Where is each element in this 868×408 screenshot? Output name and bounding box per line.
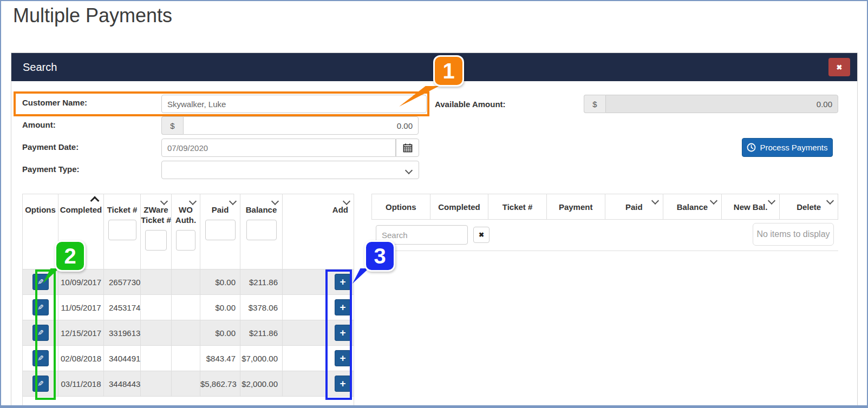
balance-filter-input[interactable]: [246, 220, 277, 240]
zware-ticket-cell: [141, 346, 172, 371]
amount-input-group: $: [161, 116, 419, 135]
payment-date-input[interactable]: [161, 139, 396, 157]
paid-cell: $0.00: [200, 320, 240, 346]
highlight-edit-buttons: [35, 269, 56, 400]
tickets-table: Options Completed Ticket #: [22, 194, 354, 406]
amount-input[interactable]: [183, 116, 419, 135]
callout-step-2: 2: [55, 240, 86, 272]
ticket-row: ✎ 11/05/2017 2453174 $0.00 $378.06 +: [23, 295, 354, 320]
close-icon: ✖: [837, 63, 843, 71]
column-header-wo-auth[interactable]: WO Auth.: [172, 194, 200, 269]
payments-search-row: ✖ No items to display: [371, 220, 838, 251]
zware-ticket-cell: [141, 269, 172, 295]
available-amount-currency-addon: $: [584, 95, 605, 113]
paid-filter-input[interactable]: [205, 220, 236, 240]
highlight-add-buttons: [325, 269, 352, 400]
available-amount-input: [605, 95, 838, 113]
calendar-icon: [403, 143, 413, 153]
ticket-number-cell: 3404491: [104, 346, 141, 371]
payment-date-group: [161, 139, 419, 157]
chevron-down-icon: [405, 167, 413, 174]
available-amount-group: $: [584, 95, 838, 113]
ticket-number-cell: 3319613: [104, 320, 141, 346]
completed-cell: 12/15/2017: [58, 320, 104, 346]
column-header-ticket[interactable]: Ticket #: [104, 194, 141, 269]
ticket-row: ✎ 10/09/2017 2657730 $0.00 $211.86 +: [23, 269, 354, 295]
column-header-ticket[interactable]: Ticket #: [488, 194, 546, 219]
balance-cell: $211.86: [240, 269, 283, 295]
clear-icon: ✖: [479, 231, 484, 239]
process-payments-button[interactable]: Process Payments: [742, 138, 833, 157]
column-header-paid[interactable]: Paid: [200, 194, 240, 269]
chevron-down-icon: [651, 197, 659, 205]
ticket-row: ✎ 02/08/2018 3404491 $843.47 $7,000.00 +: [23, 346, 354, 371]
column-header-zware-ticket[interactable]: ZWare Ticket #: [141, 194, 172, 269]
zware-ticket-cell: [141, 295, 172, 320]
completed-cell: 10/09/2017: [58, 269, 104, 295]
callout-3-pointer: [353, 268, 369, 284]
payments-header-row: Options Completed Ticket # Payment Paid …: [371, 194, 838, 220]
payments-table: Options Completed Ticket # Payment Paid …: [371, 194, 838, 251]
balance-cell: $378.06: [240, 295, 283, 320]
paid-cell: $0.00: [200, 295, 240, 320]
column-header-balance[interactable]: Balance: [240, 194, 283, 269]
wo-auth-filter-input[interactable]: [176, 230, 195, 251]
balance-cell: $211.86: [240, 320, 283, 346]
wo-auth-cell: [172, 346, 200, 371]
column-header-payment[interactable]: Payment: [546, 194, 605, 219]
callout-step-3: 3: [364, 240, 395, 272]
column-header-add[interactable]: Add: [283, 194, 354, 269]
search-panel: Search ✖ Customer Name: Amount: $ Paymen…: [11, 52, 858, 408]
empty-table-message: No items to display: [753, 223, 834, 246]
chevron-down-icon: [826, 197, 834, 205]
completed-cell: 11/05/2017: [58, 295, 104, 320]
chevron-down-icon: [710, 197, 717, 205]
highlight-customer-name: [14, 91, 429, 116]
wo-auth-cell: [172, 295, 200, 320]
ticket-row-partial: [23, 397, 354, 406]
amount-currency-addon: $: [161, 116, 183, 135]
ticket-number-cell: 2657730: [104, 269, 141, 295]
zware-ticket-cell: [141, 320, 172, 346]
payment-date-label: Payment Date:: [22, 137, 79, 156]
column-header-options[interactable]: Options: [372, 194, 430, 219]
ticket-number-cell: 2453174: [104, 295, 141, 320]
payment-type-select[interactable]: [161, 161, 419, 179]
ticket-row: ✎ 03/11/2018 3448443 $5,862.73 $2,000.00…: [23, 371, 354, 397]
balance-cell: $2,000.00: [240, 371, 283, 397]
process-payments-icon: [747, 143, 756, 152]
payment-type-label: Payment Type:: [22, 160, 80, 178]
calendar-button[interactable]: [396, 139, 419, 157]
available-amount-label: Available Amount:: [435, 95, 506, 113]
wo-auth-cell: [172, 320, 200, 346]
balance-cell: $7,000.00: [240, 346, 283, 371]
wo-auth-cell: [172, 269, 200, 295]
amount-label: Amount:: [22, 115, 56, 134]
chevron-down-icon: [768, 197, 775, 205]
column-header-options[interactable]: Options: [23, 194, 58, 269]
page-title: Multiple Payments: [13, 4, 172, 27]
paid-cell: $843.47: [200, 346, 240, 371]
column-header-balance[interactable]: Balance: [663, 194, 721, 219]
completed-cell: 03/11/2018: [58, 371, 104, 397]
column-header-delete[interactable]: Delete: [779, 194, 838, 219]
column-header-new-balance[interactable]: New Bal.: [721, 194, 780, 219]
column-header-paid[interactable]: Paid: [605, 194, 663, 219]
clear-search-button[interactable]: ✖: [473, 227, 490, 243]
paid-cell: $0.00: [200, 269, 240, 295]
multiple-payments-page: Multiple Payments Search ✖ Customer Name…: [0, 0, 868, 408]
zware-ticket-cell: [141, 371, 172, 397]
zware-ticket-filter-input[interactable]: [145, 230, 167, 251]
ticket-filter-input[interactable]: [108, 220, 136, 240]
completed-cell: 02/08/2018: [58, 346, 104, 371]
callout-step-1: 1: [433, 55, 464, 87]
column-header-completed[interactable]: Completed: [430, 194, 488, 219]
search-panel-title: Search: [23, 61, 57, 74]
wo-auth-cell: [172, 371, 200, 397]
ticket-number-cell: 3448443: [104, 371, 141, 397]
process-payments-label: Process Payments: [760, 143, 827, 152]
tickets-table-body: ✎ 10/09/2017 2657730 $0.00 $211.86 +: [23, 269, 354, 406]
paid-cell: $5,862.73: [200, 371, 240, 397]
close-panel-button[interactable]: ✖: [828, 58, 850, 76]
ticket-row: ✎ 12/15/2017 3319613 $0.00 $211.86 +: [23, 320, 354, 346]
